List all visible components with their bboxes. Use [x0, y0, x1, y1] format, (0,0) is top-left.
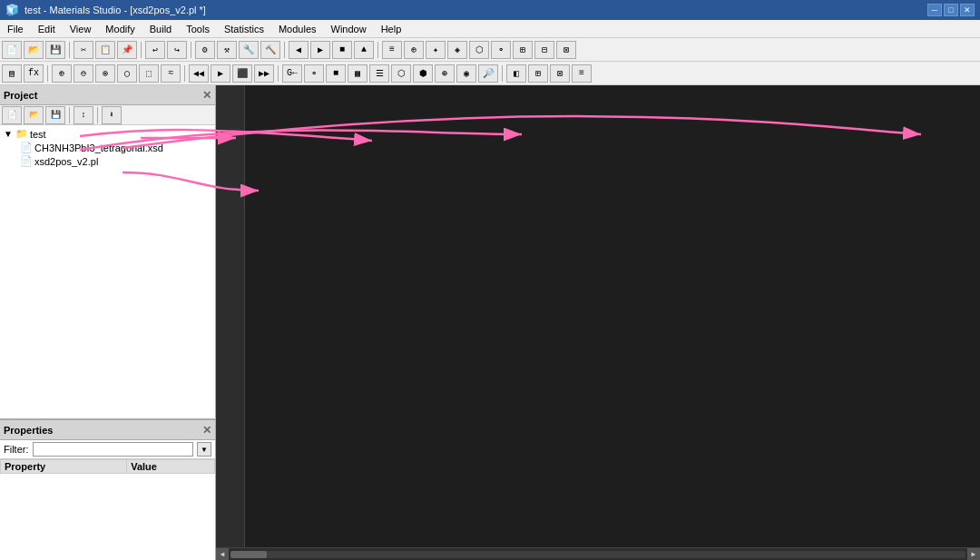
- tb-paste[interactable]: 📌: [117, 41, 137, 59]
- tb2-btn3[interactable]: ⊕: [52, 64, 72, 83]
- tb-extra7[interactable]: ⊞: [513, 41, 533, 59]
- tb-extra9[interactable]: ⊠: [556, 41, 576, 59]
- menu-edit[interactable]: Edit: [31, 20, 63, 37]
- tb2-btn9[interactable]: ◀◀: [189, 64, 209, 83]
- tb-build4[interactable]: 🔨: [260, 41, 280, 59]
- tb-build2[interactable]: ⚒: [217, 41, 237, 59]
- tb-open[interactable]: 📂: [24, 41, 44, 59]
- prop-col-value: Value: [127, 460, 215, 474]
- tb2-btn7[interactable]: ⬚: [139, 64, 159, 83]
- tb-undo[interactable]: ↩: [145, 41, 165, 59]
- tb-misc3[interactable]: ■: [332, 41, 352, 59]
- project-close-button[interactable]: ✕: [202, 89, 211, 102]
- menu-statistics[interactable]: Statistics: [217, 20, 271, 37]
- tb2-btn18[interactable]: ⬡: [391, 64, 411, 83]
- project-tree[interactable]: ▼ 📁 test 📄 CH3NH3PbI3_tetragonal.xsd 📄 x…: [0, 125, 215, 418]
- menu-build[interactable]: Build: [142, 20, 179, 37]
- tree-item-xsd[interactable]: 📄 CH3NH3PbI3_tetragonal.xsd: [2, 141, 213, 154]
- project-panel: Project ✕ 📄 📂 💾 ↕ ⬇ ▼ 📁 test 📄: [0, 85, 215, 419]
- title-bar: 🧊 test - Materials Studio - [xsd2pos_v2.…: [0, 0, 980, 20]
- filter-input[interactable]: [33, 442, 194, 457]
- scroll-left-button[interactable]: ◀: [216, 548, 229, 561]
- tb2-btn22[interactable]: 🔎: [478, 64, 498, 83]
- scroll-right-button[interactable]: ▶: [967, 548, 980, 561]
- proj-sort[interactable]: ↕: [74, 106, 93, 124]
- toolbar-1: 📄 📂 💾 ✂ 📋 📌 ↩ ↪ ⚙ ⚒ 🔧 🔨 ◀ ▶ ■ ▲ ≡ ⊕ ✦ ◈ …: [0, 38, 980, 62]
- properties-panel: Properties ✕ Filter: ▼ Property Value: [0, 419, 215, 560]
- tree-item-pl[interactable]: 📄 xsd2pos_v2.pl: [2, 154, 213, 168]
- menu-modules[interactable]: Modules: [271, 20, 324, 37]
- tb-extra6[interactable]: ⚬: [491, 41, 511, 59]
- tb2-btn19[interactable]: ⬢: [413, 64, 433, 83]
- tb2-btn5[interactable]: ⊗: [95, 64, 115, 83]
- tb2-sep3: [278, 65, 279, 82]
- proj-new[interactable]: 📄: [2, 106, 22, 124]
- xsd-file-icon: 📄: [20, 142, 33, 153]
- tb-extra5[interactable]: ⬡: [469, 41, 489, 59]
- tb2-btn8[interactable]: ≈: [161, 64, 181, 83]
- minimize-button[interactable]: ─: [927, 4, 942, 16]
- scroll-track[interactable]: [230, 551, 965, 558]
- tb2-btn12[interactable]: ▶▶: [254, 64, 274, 83]
- tb2-btn15[interactable]: ■: [326, 64, 346, 83]
- tb2-btn21[interactable]: ◉: [456, 64, 476, 83]
- tb2-btn20[interactable]: ⊛: [435, 64, 455, 83]
- project-header: Project ✕: [0, 85, 215, 105]
- tree-label-xsd: CH3NH3PbI3_tetragonal.xsd: [34, 142, 163, 153]
- menu-bar: File Edit View Modify Build Tools Statis…: [0, 20, 980, 38]
- close-button[interactable]: ✕: [960, 4, 975, 16]
- tb-extra4[interactable]: ◈: [447, 41, 467, 59]
- filter-dropdown-button[interactable]: ▼: [197, 442, 211, 457]
- tb2-btn17[interactable]: ☰: [369, 64, 389, 83]
- tb-build3[interactable]: 🔧: [239, 41, 259, 59]
- tb-misc1[interactable]: ◀: [289, 41, 309, 59]
- tb2-btn1[interactable]: ▤: [2, 64, 22, 83]
- proj-import[interactable]: ⬇: [102, 106, 122, 124]
- tb-misc4[interactable]: ▲: [354, 41, 374, 59]
- tb-copy[interactable]: 📋: [95, 41, 115, 59]
- tb-save[interactable]: 💾: [45, 41, 65, 59]
- tb2-btn14[interactable]: ⚬: [304, 64, 324, 83]
- tb-extra8[interactable]: ⊟: [534, 41, 554, 59]
- proj-open[interactable]: 📂: [24, 106, 44, 124]
- menu-modify[interactable]: Modify: [98, 20, 142, 37]
- tb2-btn10[interactable]: ▶: [211, 64, 230, 83]
- tb2-btn26[interactable]: ≡: [572, 64, 592, 83]
- tb2-btn23[interactable]: ◧: [506, 64, 526, 83]
- code-editor[interactable]: ◀ ▶: [216, 85, 980, 560]
- tb-extra3[interactable]: ✦: [426, 41, 446, 59]
- tb2-btn2[interactable]: fx: [24, 64, 44, 83]
- horizontal-scrollbar[interactable]: ◀ ▶: [216, 547, 980, 560]
- code-content[interactable]: [245, 85, 980, 547]
- maximize-button[interactable]: □: [944, 4, 958, 16]
- tb-build1[interactable]: ⚙: [195, 41, 215, 59]
- tb2-btn11[interactable]: ⬛: [232, 64, 252, 83]
- tb2-btn4[interactable]: ⊖: [74, 64, 93, 83]
- toolbar-2: ▤ fx ⊕ ⊖ ⊗ ◯ ⬚ ≈ ◀◀ ▶ ⬛ ▶▶ G← ⚬ ■ ▩ ☰ ⬡ …: [0, 62, 980, 85]
- tb2-btn24[interactable]: ⊞: [528, 64, 548, 83]
- tb2-btn13[interactable]: G←: [282, 64, 302, 83]
- menu-file[interactable]: File: [0, 20, 31, 37]
- menu-view[interactable]: View: [63, 20, 99, 37]
- tb2-sep4: [502, 65, 503, 82]
- scroll-thumb[interactable]: [230, 551, 267, 558]
- tb-extra1[interactable]: ≡: [382, 41, 402, 59]
- tb2-btn6[interactable]: ◯: [117, 64, 137, 83]
- tb-cut[interactable]: ✂: [74, 41, 93, 59]
- tb-extra2[interactable]: ⊕: [404, 41, 424, 59]
- code-area: [216, 85, 980, 547]
- tb-new[interactable]: 📄: [2, 41, 22, 59]
- tree-label-test: test: [30, 129, 46, 140]
- tb-sep3: [191, 42, 191, 58]
- proj-save[interactable]: 💾: [45, 106, 65, 124]
- tree-item-test[interactable]: ▼ 📁 test: [2, 127, 213, 141]
- tb-redo[interactable]: ↪: [167, 41, 187, 59]
- menu-tools[interactable]: Tools: [179, 20, 217, 37]
- tb2-btn25[interactable]: ⊠: [550, 64, 570, 83]
- tb2-btn16[interactable]: ▩: [348, 64, 368, 83]
- menu-help[interactable]: Help: [374, 20, 409, 37]
- tb-misc2[interactable]: ▶: [310, 41, 330, 59]
- properties-close-button[interactable]: ✕: [202, 424, 211, 437]
- window-title: test - Materials Studio - [xsd2pos_v2.pl…: [24, 5, 927, 15]
- menu-window[interactable]: Window: [324, 20, 374, 37]
